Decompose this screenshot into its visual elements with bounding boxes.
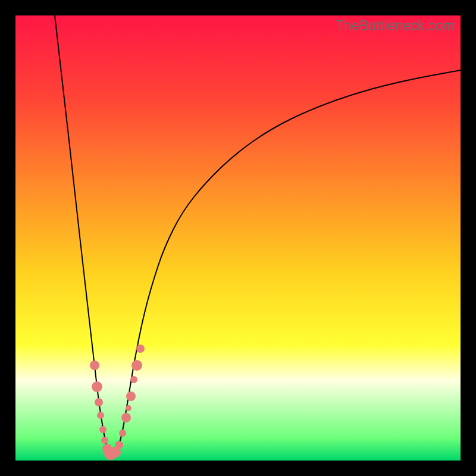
- highlight-dot: [130, 376, 137, 383]
- plot-area: TheBottleneck.com: [15, 15, 461, 461]
- bottleneck-curve: [55, 15, 461, 455]
- highlight-dot: [136, 345, 145, 353]
- highlight-dot: [95, 398, 103, 406]
- highlight-dot: [97, 412, 104, 419]
- highlight-dot: [115, 441, 123, 449]
- highlight-dot: [119, 430, 126, 437]
- highlight-dot: [121, 413, 131, 422]
- highlight-dot: [131, 360, 142, 371]
- highlight-dot: [126, 405, 131, 411]
- highlight-dot: [92, 381, 102, 392]
- highlight-dot: [126, 392, 136, 401]
- curve-layer: [15, 15, 461, 461]
- highlight-dot: [101, 437, 108, 444]
- highlight-dot: [99, 426, 107, 433]
- highlight-dot: [90, 361, 99, 370]
- chart-frame: TheBottleneck.com: [0, 0, 476, 476]
